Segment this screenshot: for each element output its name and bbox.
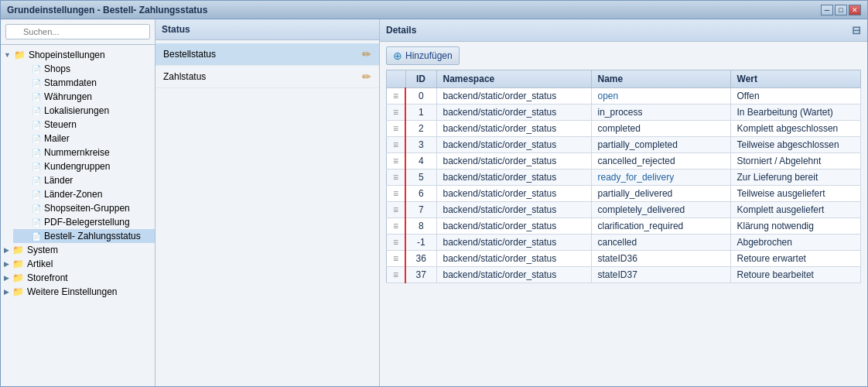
zahlstatus-label: Zahlstatus: [163, 71, 206, 82]
status-list: Bestellstatus ✏ Zahlstatus ✏: [155, 40, 379, 91]
sidebar-item-nummernkreise[interactable]: 📄 Nummernkreise: [13, 146, 155, 159]
sidebar-item-shopeinstellungen[interactable]: ▼ 📁 Shopeinstellungen: [1, 48, 155, 62]
sidebar-item-system[interactable]: ▶ 📁 System: [1, 243, 155, 257]
table-row[interactable]: ≡8backend/static/order_statusclarificati…: [387, 218, 861, 235]
titlebar-buttons: ─ □ ✕: [821, 5, 861, 15]
titlebar: Grundeinstellungen - Bestell- Zahlungsst…: [1, 1, 867, 19]
drag-handle[interactable]: ≡: [387, 202, 406, 218]
drag-handle[interactable]: ≡: [387, 153, 406, 170]
close-button[interactable]: ✕: [849, 5, 861, 15]
details-header: Details ⊟: [380, 19, 867, 42]
row-wert: Teilweise ausgeliefert: [730, 186, 860, 202]
drag-handle[interactable]: ≡: [387, 121, 406, 137]
table-row[interactable]: ≡6backend/static/order_statuspartially_d…: [387, 186, 861, 202]
table-row[interactable]: ≡3backend/static/order_statuspartially_c…: [387, 137, 861, 153]
col-id: ID: [405, 70, 436, 88]
row-name: in_process: [591, 104, 730, 121]
status-item-zahlstatus[interactable]: Zahlstatus ✏: [155, 66, 379, 88]
details-collapse-icon[interactable]: ⊟: [852, 24, 861, 36]
sidebar-item-lander[interactable]: 📄 Länder: [13, 173, 155, 187]
row-name: partially_delivered: [591, 186, 730, 202]
drag-handle[interactable]: ≡: [387, 186, 406, 202]
table-row[interactable]: ≡2backend/static/order_statuscompletedKo…: [387, 121, 861, 137]
row-id: 4: [405, 153, 436, 170]
row-wert: Teilweise abgeschlossen: [730, 137, 860, 153]
sidebar-item-wahrungen[interactable]: 📄 Währungen: [13, 90, 155, 104]
row-wert: Retoure erwartet: [730, 251, 860, 267]
row-name[interactable]: open: [591, 88, 730, 104]
sidebar-item-lander-zonen[interactable]: 📄 Länder-Zonen: [13, 187, 155, 201]
row-name: completed: [591, 121, 730, 137]
drag-handle[interactable]: ≡: [387, 170, 406, 186]
row-namespace: backend/static/order_status: [436, 153, 591, 170]
sidebar-item-weitere[interactable]: ▶ 📁 Weitere Einstellungen: [1, 285, 155, 299]
maximize-button[interactable]: □: [835, 5, 847, 15]
doc-icon: 📄: [32, 107, 41, 115]
folder-icon: 📁: [12, 245, 24, 255]
middle-panel: Status Bestellstatus ✏ Zahlstatus ✏: [155, 19, 380, 386]
drag-handle[interactable]: ≡: [387, 267, 406, 283]
edit-icon[interactable]: ✏: [362, 70, 371, 83]
main-window: Grundeinstellungen - Bestell- Zahlungsst…: [0, 0, 868, 387]
sidebar: 🔍 ▼ 📁 Shopeinstellungen 📄 Shops: [1, 19, 155, 386]
table-row[interactable]: ≡-1backend/static/order_statuscancelledA…: [387, 235, 861, 251]
row-id: 37: [405, 267, 436, 283]
col-namespace: Namespace: [436, 70, 591, 88]
table-row[interactable]: ≡37backend/static/order_statusstateID37R…: [387, 267, 861, 283]
add-button[interactable]: ⊕ Hinzufügen: [386, 46, 460, 65]
table-row[interactable]: ≡0backend/static/order_statusopenOffen: [387, 88, 861, 104]
doc-icon: 📄: [32, 232, 41, 241]
tree: ▼ 📁 Shopeinstellungen 📄 Shops 📄 Stammdat…: [1, 45, 155, 386]
row-id: 6: [405, 186, 436, 202]
sidebar-item-shops[interactable]: 📄 Shops: [13, 62, 155, 76]
row-name[interactable]: ready_for_delivery: [591, 170, 730, 186]
sidebar-item-lokalisierungen[interactable]: 📄 Lokalisierungen: [13, 104, 155, 118]
status-item-bestellstatus[interactable]: Bestellstatus ✏: [155, 43, 379, 66]
table-row[interactable]: ≡36backend/static/order_statusstateID36R…: [387, 251, 861, 267]
table-header-row: ID Namespace Name Wert: [387, 70, 861, 88]
table-row[interactable]: ≡5backend/static/order_statusready_for_d…: [387, 170, 861, 186]
drag-handle[interactable]: ≡: [387, 251, 406, 267]
row-name: clarification_required: [591, 218, 730, 235]
table-wrapper: ID Namespace Name Wert ≡0backend/static/…: [380, 70, 867, 386]
row-wert: Komplett abgeschlossen: [730, 121, 860, 137]
lander-zonen-label: Länder-Zonen: [44, 189, 102, 200]
expand-icon: ▶: [4, 260, 9, 268]
row-id: -1: [405, 235, 436, 251]
drag-handle[interactable]: ≡: [387, 137, 406, 153]
row-id: 0: [405, 88, 436, 104]
drag-handle[interactable]: ≡: [387, 235, 406, 251]
drag-handle[interactable]: ≡: [387, 104, 406, 121]
row-name: cancelled: [591, 235, 730, 251]
table-row[interactable]: ≡4backend/static/order_statuscancelled_r…: [387, 153, 861, 170]
sidebar-item-mailer[interactable]: 📄 Mailer: [13, 132, 155, 146]
doc-icon: 📄: [32, 65, 41, 74]
sidebar-item-steuern[interactable]: 📄 Steuern: [13, 118, 155, 132]
bestell-zahlungsstatus-label: Bestell- Zahlungsstatus: [44, 231, 141, 241]
sidebar-item-stammdaten[interactable]: 📄 Stammdaten: [13, 76, 155, 90]
row-namespace: backend/static/order_status: [436, 202, 591, 218]
row-name: cancelled_rejected: [591, 153, 730, 170]
sidebar-item-bestell-zahlungsstatus[interactable]: 📄 Bestell- Zahlungsstatus: [13, 229, 155, 243]
sidebar-item-shopseiten-gruppen[interactable]: 📄 Shopseiten-Gruppen: [13, 201, 155, 215]
folder-icon: 📁: [12, 286, 24, 297]
drag-handle[interactable]: ≡: [387, 218, 406, 235]
sidebar-item-storefront[interactable]: ▶ 📁 Storefront: [1, 271, 155, 285]
row-name: stateID37: [591, 267, 730, 283]
add-button-label: Hinzufügen: [405, 50, 453, 61]
table-row[interactable]: ≡7backend/static/order_statuscompletely_…: [387, 202, 861, 218]
row-name: partially_completed: [591, 137, 730, 153]
row-namespace: backend/static/order_status: [436, 88, 591, 104]
sidebar-item-pdf-belegerstellung[interactable]: 📄 PDF-Belegerstellung: [13, 215, 155, 229]
sidebar-item-kundengruppen[interactable]: 📄 Kundengruppen: [13, 159, 155, 173]
sidebar-item-artikel[interactable]: ▶ 📁 Artikel: [1, 257, 155, 271]
table-row[interactable]: ≡1backend/static/order_statusin_processI…: [387, 104, 861, 121]
shops-label: Shops: [44, 63, 70, 74]
shopeinstellungen-label: Shopeinstellungen: [29, 50, 105, 60]
expand-icon: ▶: [4, 246, 9, 254]
edit-icon[interactable]: ✏: [362, 48, 371, 60]
search-input[interactable]: [5, 24, 150, 39]
minimize-button[interactable]: ─: [821, 5, 833, 15]
shopseiten-gruppen-label: Shopseiten-Gruppen: [44, 203, 130, 214]
drag-handle[interactable]: ≡: [387, 88, 406, 104]
